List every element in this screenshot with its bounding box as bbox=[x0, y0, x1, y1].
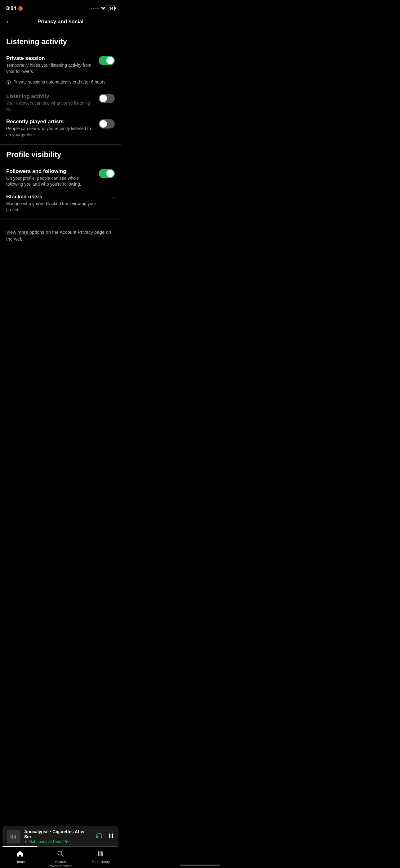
setting-item-listening-activity: Listening activity Your followers can se… bbox=[0, 90, 121, 116]
info-text: Private sessions automatically end after… bbox=[13, 80, 107, 85]
setting-text: Private session Temporarily hides your l… bbox=[6, 55, 95, 74]
section-title-listening: Listening activity bbox=[0, 35, 121, 52]
private-session-toggle[interactable] bbox=[99, 56, 115, 65]
battery-indicator: 34 bbox=[108, 6, 115, 11]
setting-text: Followers and following On your profile,… bbox=[6, 168, 95, 187]
footer-divider bbox=[0, 219, 121, 219]
setting-label: Recently played artists bbox=[6, 119, 95, 125]
toggle-wrap[interactable] bbox=[99, 56, 115, 65]
chevron-right-icon: › bbox=[113, 195, 115, 200]
setting-desc: On your profile, people can see who's fo… bbox=[6, 176, 95, 187]
info-icon: ⓘ bbox=[6, 80, 11, 86]
setting-text: Recently played artists People can see w… bbox=[6, 119, 95, 138]
section-divider bbox=[0, 144, 121, 145]
section-title-profile: Profile visibility bbox=[0, 148, 121, 165]
setting-text: Blocked users Manage who you've blocked … bbox=[6, 194, 109, 213]
setting-item-recently-played: Recently played artists People can see w… bbox=[0, 116, 121, 141]
setting-label: Private session bbox=[6, 55, 95, 61]
mute-icon: 🔕 bbox=[18, 6, 23, 11]
time-display: 8:04 bbox=[6, 6, 16, 11]
setting-text: Listening activity Your followers can se… bbox=[6, 93, 95, 113]
setting-label: Followers and following bbox=[6, 168, 95, 175]
listening-activity-toggle[interactable] bbox=[99, 94, 115, 103]
footer-note: View more options on the Account Privacy… bbox=[0, 223, 121, 249]
content: Listening activity Private session Tempo… bbox=[0, 30, 121, 249]
battery-level: 34 bbox=[109, 6, 113, 10]
header: ‹ Privacy and social bbox=[0, 15, 121, 30]
back-button[interactable]: ‹ bbox=[6, 18, 8, 26]
toggle-wrap[interactable] bbox=[99, 119, 115, 128]
recently-played-toggle[interactable] bbox=[99, 119, 115, 128]
followers-toggle[interactable] bbox=[99, 169, 115, 178]
setting-item-private-session: Private session Temporarily hides your l… bbox=[0, 52, 121, 78]
toggle-knob bbox=[106, 57, 114, 64]
status-icons: 34 bbox=[91, 6, 115, 11]
toggle-knob bbox=[100, 120, 107, 128]
toggle-wrap[interactable] bbox=[99, 169, 115, 178]
signal-dots bbox=[91, 8, 99, 9]
view-more-link[interactable]: View more options bbox=[6, 229, 44, 235]
status-bar: 8:04 🔕 34 bbox=[0, 0, 121, 15]
status-time: 8:04 🔕 bbox=[6, 6, 23, 11]
section-profile-visibility: Profile visibility Followers and followi… bbox=[0, 148, 121, 216]
setting-desc: Your followers can see what you're liste… bbox=[6, 100, 95, 113]
wifi-icon bbox=[100, 6, 106, 11]
toggle-knob bbox=[100, 95, 107, 102]
toggle-wrap[interactable] bbox=[99, 94, 115, 103]
setting-desc: Temporarily hides your listening activit… bbox=[6, 62, 95, 74]
page-title: Privacy and social bbox=[37, 19, 84, 25]
setting-item-blocked-users[interactable]: Blocked users Manage who you've blocked … bbox=[0, 191, 121, 216]
setting-label: Blocked users bbox=[6, 194, 109, 200]
setting-desc: People can see who you recently listened… bbox=[6, 126, 95, 138]
section-listening-activity: Listening activity Private session Tempo… bbox=[0, 35, 121, 141]
toggle-knob bbox=[106, 170, 114, 177]
setting-label: Listening activity bbox=[6, 93, 95, 99]
private-session-info: ⓘ Private sessions automatically end aft… bbox=[0, 78, 121, 90]
setting-item-followers: Followers and following On your profile,… bbox=[0, 165, 121, 191]
setting-desc: Manage who you've blocked from viewing y… bbox=[6, 201, 109, 213]
